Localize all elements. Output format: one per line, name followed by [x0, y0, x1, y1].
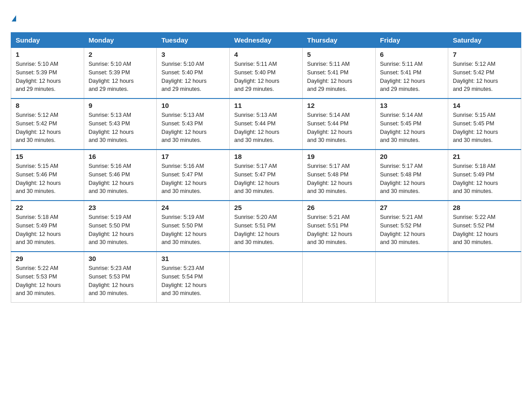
day-info: Sunrise: 5:18 AM Sunset: 5:49 PM Dayligh…	[453, 162, 516, 196]
day-number: 19	[307, 153, 371, 160]
day-info: Sunrise: 5:10 AM Sunset: 5:39 PM Dayligh…	[89, 60, 152, 94]
day-info: Sunrise: 5:13 AM Sunset: 5:43 PM Dayligh…	[89, 111, 152, 145]
calendar-cell: 22 Sunrise: 5:18 AM Sunset: 5:49 PM Dayl…	[11, 201, 84, 252]
day-info: Sunrise: 5:10 AM Sunset: 5:40 PM Dayligh…	[161, 60, 225, 94]
calendar-cell: 20 Sunrise: 5:17 AM Sunset: 5:48 PM Dayl…	[375, 150, 448, 201]
day-number: 3	[161, 51, 225, 58]
day-info: Sunrise: 5:15 AM Sunset: 5:45 PM Dayligh…	[453, 111, 516, 145]
calendar-cell	[230, 252, 303, 303]
day-info: Sunrise: 5:23 AM Sunset: 5:53 PM Dayligh…	[89, 264, 152, 298]
day-info: Sunrise: 5:12 AM Sunset: 5:42 PM Dayligh…	[453, 60, 516, 94]
day-info: Sunrise: 5:23 AM Sunset: 5:54 PM Dayligh…	[161, 264, 225, 298]
calendar-cell: 26 Sunrise: 5:21 AM Sunset: 5:51 PM Dayl…	[302, 201, 375, 252]
header-friday: Friday	[375, 33, 448, 48]
day-info: Sunrise: 5:11 AM Sunset: 5:41 PM Dayligh…	[380, 60, 444, 94]
day-info: Sunrise: 5:20 AM Sunset: 5:51 PM Dayligh…	[234, 213, 298, 247]
day-number: 2	[89, 51, 152, 58]
day-number: 14	[453, 102, 516, 109]
day-number: 23	[89, 204, 152, 211]
calendar-cell: 11 Sunrise: 5:13 AM Sunset: 5:44 PM Dayl…	[230, 98, 303, 150]
day-info: Sunrise: 5:16 AM Sunset: 5:47 PM Dayligh…	[161, 162, 225, 196]
calendar-cell: 19 Sunrise: 5:17 AM Sunset: 5:48 PM Dayl…	[302, 150, 375, 201]
calendar-cell: 14 Sunrise: 5:15 AM Sunset: 5:45 PM Dayl…	[448, 98, 521, 150]
day-number: 5	[307, 51, 371, 58]
day-info: Sunrise: 5:12 AM Sunset: 5:42 PM Dayligh…	[16, 111, 79, 145]
day-info: Sunrise: 5:14 AM Sunset: 5:45 PM Dayligh…	[380, 111, 444, 145]
day-number: 12	[307, 102, 371, 109]
day-number: 21	[453, 153, 516, 160]
day-number: 11	[234, 102, 298, 109]
calendar-cell: 18 Sunrise: 5:17 AM Sunset: 5:47 PM Dayl…	[230, 150, 303, 201]
calendar-cell: 12 Sunrise: 5:14 AM Sunset: 5:44 PM Dayl…	[302, 98, 375, 150]
header-tuesday: Tuesday	[157, 33, 230, 48]
calendar-cell: 3 Sunrise: 5:10 AM Sunset: 5:40 PM Dayli…	[157, 48, 230, 99]
calendar-week-row: 29 Sunrise: 5:22 AM Sunset: 5:53 PM Dayl…	[11, 252, 521, 303]
calendar-cell: 16 Sunrise: 5:16 AM Sunset: 5:46 PM Dayl…	[84, 150, 157, 201]
day-info: Sunrise: 5:13 AM Sunset: 5:44 PM Dayligh…	[234, 111, 298, 145]
day-info: Sunrise: 5:11 AM Sunset: 5:41 PM Dayligh…	[307, 60, 371, 94]
calendar-cell: 31 Sunrise: 5:23 AM Sunset: 5:54 PM Dayl…	[157, 252, 230, 303]
calendar-cell: 2 Sunrise: 5:10 AM Sunset: 5:39 PM Dayli…	[84, 48, 157, 99]
calendar-cell: 9 Sunrise: 5:13 AM Sunset: 5:43 PM Dayli…	[84, 98, 157, 150]
day-number: 15	[16, 153, 79, 160]
day-info: Sunrise: 5:21 AM Sunset: 5:52 PM Dayligh…	[380, 213, 444, 247]
day-info: Sunrise: 5:10 AM Sunset: 5:39 PM Dayligh…	[16, 60, 79, 94]
day-number: 16	[89, 153, 152, 160]
calendar-week-row: 22 Sunrise: 5:18 AM Sunset: 5:49 PM Dayl…	[11, 201, 521, 252]
calendar-cell: 29 Sunrise: 5:22 AM Sunset: 5:53 PM Dayl…	[11, 252, 84, 303]
calendar-cell	[302, 252, 375, 303]
header-sunday: Sunday	[11, 33, 84, 48]
day-number: 8	[16, 102, 79, 109]
calendar-cell: 27 Sunrise: 5:21 AM Sunset: 5:52 PM Dayl…	[375, 201, 448, 252]
day-number: 6	[380, 51, 444, 58]
day-number: 13	[380, 102, 444, 109]
calendar-cell: 1 Sunrise: 5:10 AM Sunset: 5:39 PM Dayli…	[11, 48, 84, 99]
day-number: 1	[16, 51, 79, 58]
calendar-cell: 5 Sunrise: 5:11 AM Sunset: 5:41 PM Dayli…	[302, 48, 375, 99]
calendar-week-row: 8 Sunrise: 5:12 AM Sunset: 5:42 PM Dayli…	[11, 98, 521, 150]
day-info: Sunrise: 5:19 AM Sunset: 5:50 PM Dayligh…	[89, 213, 152, 247]
day-info: Sunrise: 5:17 AM Sunset: 5:48 PM Dayligh…	[380, 162, 444, 196]
day-number: 25	[234, 204, 298, 211]
calendar-week-row: 15 Sunrise: 5:15 AM Sunset: 5:46 PM Dayl…	[11, 150, 521, 201]
day-info: Sunrise: 5:17 AM Sunset: 5:47 PM Dayligh…	[234, 162, 298, 196]
calendar-header-row: Sunday Monday Tuesday Wednesday Thursday…	[11, 33, 521, 48]
calendar-cell	[448, 252, 521, 303]
calendar-week-row: 1 Sunrise: 5:10 AM Sunset: 5:39 PM Dayli…	[11, 48, 521, 99]
day-info: Sunrise: 5:13 AM Sunset: 5:43 PM Dayligh…	[161, 111, 225, 145]
day-number: 31	[161, 255, 225, 262]
day-number: 9	[89, 102, 152, 109]
calendar-cell: 15 Sunrise: 5:15 AM Sunset: 5:46 PM Dayl…	[11, 150, 84, 201]
calendar-cell: 8 Sunrise: 5:12 AM Sunset: 5:42 PM Dayli…	[11, 98, 84, 150]
day-info: Sunrise: 5:15 AM Sunset: 5:46 PM Dayligh…	[16, 162, 79, 196]
day-info: Sunrise: 5:18 AM Sunset: 5:49 PM Dayligh…	[16, 213, 79, 247]
day-info: Sunrise: 5:14 AM Sunset: 5:44 PM Dayligh…	[307, 111, 371, 145]
calendar-table: Sunday Monday Tuesday Wednesday Thursday…	[11, 32, 521, 303]
calendar-cell: 17 Sunrise: 5:16 AM Sunset: 5:47 PM Dayl…	[157, 150, 230, 201]
page-header	[11, 11, 521, 23]
day-number: 24	[161, 204, 225, 211]
day-number: 20	[380, 153, 444, 160]
day-number: 28	[453, 204, 516, 211]
day-number: 7	[453, 51, 516, 58]
day-number: 29	[16, 255, 79, 262]
day-number: 22	[16, 204, 79, 211]
calendar-cell: 6 Sunrise: 5:11 AM Sunset: 5:41 PM Dayli…	[375, 48, 448, 99]
day-number: 30	[89, 255, 152, 262]
day-info: Sunrise: 5:22 AM Sunset: 5:52 PM Dayligh…	[453, 213, 516, 247]
day-info: Sunrise: 5:19 AM Sunset: 5:50 PM Dayligh…	[161, 213, 225, 247]
calendar-cell: 30 Sunrise: 5:23 AM Sunset: 5:53 PM Dayl…	[84, 252, 157, 303]
day-number: 26	[307, 204, 371, 211]
logo-triangle-icon	[12, 15, 16, 21]
day-info: Sunrise: 5:16 AM Sunset: 5:46 PM Dayligh…	[89, 162, 152, 196]
header-saturday: Saturday	[448, 33, 521, 48]
header-thursday: Thursday	[302, 33, 375, 48]
day-info: Sunrise: 5:21 AM Sunset: 5:51 PM Dayligh…	[307, 213, 371, 247]
header-monday: Monday	[84, 33, 157, 48]
calendar-cell: 28 Sunrise: 5:22 AM Sunset: 5:52 PM Dayl…	[448, 201, 521, 252]
day-number: 10	[161, 102, 225, 109]
calendar-cell: 24 Sunrise: 5:19 AM Sunset: 5:50 PM Dayl…	[157, 201, 230, 252]
calendar-cell: 7 Sunrise: 5:12 AM Sunset: 5:42 PM Dayli…	[448, 48, 521, 99]
day-number: 17	[161, 153, 225, 160]
calendar-cell: 10 Sunrise: 5:13 AM Sunset: 5:43 PM Dayl…	[157, 98, 230, 150]
